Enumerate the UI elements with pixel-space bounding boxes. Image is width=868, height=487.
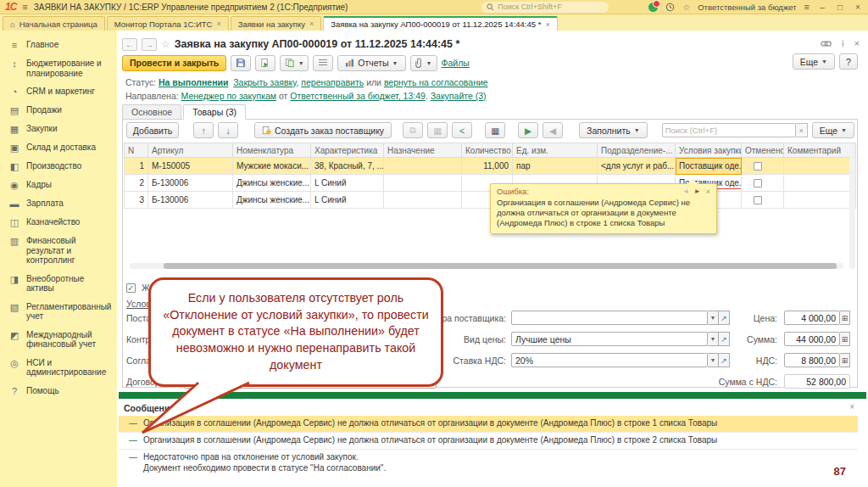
calculator-icon[interactable]: ⊞	[840, 353, 850, 367]
vat-value[interactable]: 8 800,00	[784, 353, 840, 367]
current-user[interactable]: Ответственный за бюджет	[698, 3, 796, 12]
table-search-input[interactable]	[662, 123, 796, 137]
sum-value[interactable]: 44 000,00	[784, 332, 840, 346]
prices-button[interactable]: ▦	[485, 122, 505, 138]
close-tooltip-icon[interactable]: ×	[706, 188, 710, 196]
fill-button[interactable]: Заполнить▼	[579, 122, 647, 138]
tab-current-document[interactable]: Заявка на закупку АП00-000019 от 11.12.2…	[323, 16, 557, 31]
sidebar-item-budgeting[interactable]: ↕Бюджетирование и планирование	[0, 54, 117, 82]
prev-error-icon[interactable]: ◄	[682, 188, 689, 196]
col-article[interactable]: Артикул	[148, 143, 233, 158]
col-characteristic[interactable]: Характеристика	[311, 143, 384, 158]
tab-main[interactable]: Основное	[122, 104, 181, 120]
forward-button[interactable]: →	[142, 38, 157, 51]
assignee-link[interactable]: Менеджер по закупкам	[181, 91, 277, 101]
sidebar-item-payroll[interactable]: ▬Зарплата	[0, 194, 117, 213]
close-document-icon[interactable]: ×	[854, 38, 860, 48]
sidebar-item-ifrs[interactable]: ◩Международный финансовый учет	[0, 326, 117, 354]
sidebar-item-purchases[interactable]: ▦Закупки	[0, 120, 117, 138]
sidebar-item-finresult[interactable]: ▥Финансовый результат и контроллинг	[0, 232, 117, 270]
close-messages-icon[interactable]: ×	[849, 402, 854, 411]
close-request-link[interactable]: Закрыть заявку	[233, 77, 296, 87]
restore-button[interactable]: □	[835, 3, 845, 12]
price-value[interactable]: 4 000,00	[784, 311, 840, 325]
clear-flag-button[interactable]: ◀	[542, 122, 563, 138]
favorites-icon[interactable]: ☆	[682, 3, 690, 12]
return-to-approval-link[interactable]: вернуть на согласование	[384, 77, 488, 87]
history-icon[interactable]	[665, 3, 675, 12]
sidebar-item-main[interactable]: ≡Главное	[0, 36, 117, 54]
cancelled-cell[interactable]	[742, 192, 784, 209]
close-tab-icon[interactable]: ×	[216, 20, 220, 28]
move-down-button[interactable]: ↓	[218, 122, 238, 138]
cancelled-cell[interactable]	[742, 175, 784, 192]
message-item[interactable]: — Недостаточно прав на отклонение от усл…	[119, 450, 858, 476]
status-value-link[interactable]: На выполнении	[159, 77, 228, 87]
author-link[interactable]: Ответственный за бюджет, 13:49	[290, 91, 426, 101]
set-flag-button[interactable]: ▶	[518, 122, 538, 138]
sidebar-item-regulated-accounting[interactable]: ▧Регламентированный учет	[0, 298, 117, 326]
col-unit[interactable]: Ед. изм.	[513, 143, 598, 158]
global-search[interactable]: Поиск Ctrl+Shift+F	[481, 2, 609, 13]
cancelled-cell[interactable]	[742, 158, 784, 175]
back-button[interactable]: ←	[122, 38, 137, 51]
message-item[interactable]: — Организация в соглашении (Андромеда Се…	[119, 433, 858, 450]
files-link[interactable]: Файлы	[442, 58, 470, 68]
cancelled-checkbox[interactable]	[754, 162, 762, 171]
create-supplier-order-button[interactable]: Создать заказ поставщику	[254, 122, 392, 138]
table-row[interactable]: 1 М-150005 Мужские мокаси... 38, Красный…	[125, 158, 856, 175]
close-tab-icon[interactable]: ×	[545, 20, 549, 29]
create-based-on-button[interactable]: ▼	[280, 55, 309, 71]
col-conditions[interactable]: Условия закупки	[676, 143, 742, 158]
col-nomenclature[interactable]: Номенклатура	[233, 143, 311, 158]
copy-rows-button[interactable]: ⧉	[403, 122, 423, 138]
save-button[interactable]	[231, 55, 251, 71]
favorite-star-icon[interactable]: ☆	[161, 38, 170, 50]
col-comment[interactable]: Комментарий	[784, 143, 856, 158]
sidebar-item-hr[interactable]: ◉Кадры	[0, 176, 117, 194]
task-link[interactable]: Закупайте (3)	[431, 91, 487, 101]
col-qty[interactable]: Количество	[462, 143, 513, 158]
tab-goods[interactable]: Товары (3)	[183, 104, 246, 120]
calculator-icon[interactable]: ⊞	[840, 332, 850, 346]
sidebar-item-treasury[interactable]: ◫Казначейство	[0, 213, 117, 232]
share-button[interactable]: <	[452, 122, 472, 138]
sidebar-item-production[interactable]: ◧Производство	[0, 157, 117, 176]
table-more-button[interactable]: Еще▼	[812, 122, 854, 138]
post-document-button[interactable]	[255, 55, 275, 71]
sidebar-item-master-data[interactable]: ◎НСИ и администрирование	[0, 354, 117, 382]
post-and-close-button[interactable]: Провести и закрыть	[122, 55, 226, 71]
message-item[interactable]: — Организация в соглашении (Андромеда Се…	[119, 416, 858, 433]
clear-search-icon[interactable]: ×	[796, 123, 808, 137]
notification-center-icon[interactable]	[648, 3, 658, 12]
sidebar-item-noncurrent-assets[interactable]: ◨Внеоборотные активы	[0, 270, 117, 298]
move-up-button[interactable]: ↑	[193, 122, 214, 138]
reports-button[interactable]: Отчеты▼	[337, 55, 405, 71]
close-tab-icon[interactable]: ×	[309, 20, 314, 28]
more-button[interactable]: Еще▼	[793, 53, 835, 70]
add-row-button[interactable]: Добавить	[126, 122, 179, 138]
close-window-button[interactable]: ×	[853, 3, 863, 12]
col-department[interactable]: Подразделение-...	[598, 143, 676, 158]
cancelled-checkbox[interactable]	[754, 196, 762, 204]
info-icon[interactable]: i	[842, 39, 843, 48]
sidebar-item-sales[interactable]: ▤Продажи	[0, 101, 117, 120]
col-cancelled[interactable]: Отменено	[742, 143, 784, 158]
next-error-icon[interactable]: ►	[694, 188, 701, 196]
sidebar-item-help[interactable]: ?Помощь	[0, 382, 117, 400]
cancelled-checkbox[interactable]	[754, 179, 762, 188]
redirect-link[interactable]: перенаправить	[301, 77, 364, 87]
paste-rows-button[interactable]: ▦	[427, 122, 448, 138]
tab-home[interactable]: ⌂Начальная страница	[3, 16, 105, 31]
col-n[interactable]: N	[125, 143, 148, 158]
tab-purchase-requests[interactable]: Заявки на закупку×	[231, 16, 322, 31]
document-structure-button[interactable]	[313, 55, 333, 71]
horizontal-scrollbar[interactable]	[130, 263, 843, 269]
main-menu-icon[interactable]: ≡	[22, 2, 27, 12]
conditions-cell-selected[interactable]: Поставщик оде...	[676, 158, 742, 175]
tools-menu-icon[interactable]: ≡	[804, 2, 810, 12]
tab-portal-monitor[interactable]: Монитор Портала 1С:ИТС×	[107, 16, 229, 31]
calculator-icon[interactable]: ⊞	[840, 311, 850, 325]
get-link-icon[interactable]	[821, 40, 832, 48]
help-button[interactable]: ?	[839, 53, 858, 70]
